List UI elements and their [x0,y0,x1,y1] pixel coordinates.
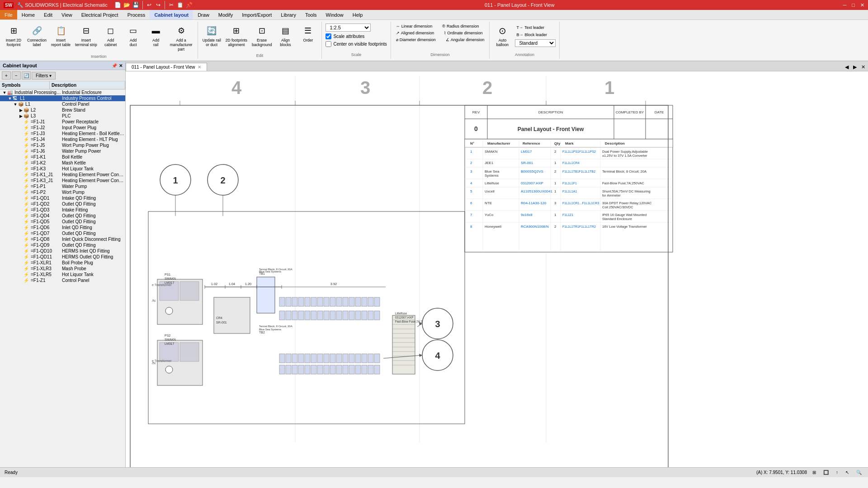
scale-select[interactable]: 1:2.5 1:1 1:2 1:5 1:10 [326,23,371,32]
tree-content[interactable]: ▼ 🏭 Industrial Processing E... Industria… [0,89,125,467]
erase-background-btn[interactable]: ⊡ Erasebackground [250,23,274,48]
filters-button[interactable]: Filters ▾ [32,72,56,80]
add-cabinet-btn[interactable]: ◻ Addcabinet [100,23,122,48]
radius-dimension-btn[interactable]: ® Radius dimension [441,23,480,29]
tree-row-f1qd3[interactable]: ⚡ =F1-QD3 Intake Fitting [0,207,125,213]
panel-expand-all-btn[interactable]: + [2,71,11,80]
order-btn[interactable]: ☰ Order [297,23,319,43]
minimize-btn[interactable]: ─ [843,2,847,8]
restore-btn[interactable]: □ [852,2,855,8]
tree-row-f1j6[interactable]: ⚡ =F1-J6 Water Pump Power [0,148,125,154]
tree-row-L1-selected[interactable]: ▼ 🏗 L1 Industry Process Control [0,95,125,101]
center-visible-footprints-checkbox[interactable]: Center on visible footprints [326,41,387,47]
open-btn[interactable]: 📂 [123,1,131,9]
linear-dimension-btn[interactable]: ↔ Linear dimension [395,23,434,29]
tree-row-f1j2[interactable]: ⚡ =F1-J2 Input Power Plug [0,125,125,131]
tree-row-f1qd11[interactable]: ⚡ =F1-QD11 HERMS Outlet QD Fitting [0,254,125,260]
annotation-style-select[interactable]: Standard [515,39,556,47]
tree-row-f1k3[interactable]: ⚡ =F1-K3 Hot Liquor Tank [0,166,125,172]
menu-view[interactable]: View [57,10,77,19]
close-btn[interactable]: ✕ [860,2,864,8]
tree-row-f1k2[interactable]: ⚡ =F1-K2 Mash Kettle [0,160,125,166]
update-rail-btn[interactable]: 🔄 Update railor duct [201,23,223,48]
expand-icon-L1[interactable]: ▼ [7,96,13,101]
menu-help[interactable]: Help [348,10,368,19]
panel-close-btn[interactable]: ✕ [119,63,123,68]
redo-btn[interactable]: ↪ [154,1,162,9]
ordinate-dimension-btn[interactable]: ⌇ Ordinate dimension [443,30,484,36]
undo-btn[interactable]: ↩ [145,1,153,9]
tree-row-f1j5[interactable]: ⚡ =F1-J5 Wort Pump Power Plug [0,142,125,148]
tree-row-f1p2[interactable]: ⚡ =F1-P2 Wort Pump [0,189,125,195]
new-btn[interactable]: 📄 [114,1,122,9]
diameter-dimension-btn[interactable]: ⌀ Diameter dimension [395,37,437,42]
tree-row-L3[interactable]: ▶ 📦 L3 PLC [0,113,125,119]
paste-btn[interactable]: 📌 [185,1,193,9]
block-leader-btn[interactable]: B→ Block leader [515,32,556,38]
tree-row-f1k3j1[interactable]: ⚡ =F1-K3_J1 Heating Element Power Conne.… [0,178,125,183]
panel-refresh-btn[interactable]: 🔄 [22,71,31,80]
add-manufacturer-btn[interactable]: ⚙ Add amanufacturer part [168,23,195,52]
tree-row-f1p1[interactable]: ⚡ =F1-P1 Water Pump [0,183,125,189]
panel-pin-btn[interactable]: 📌 [112,63,117,68]
insert-terminal-btn[interactable]: ⊟ Insertterminal strip [73,23,99,48]
insert-2d-footprint-btn[interactable]: ⊞ Insert 2Dfootprint [3,23,24,48]
add-rail-btn[interactable]: ▬ Addrail [145,23,167,48]
menu-home[interactable]: Home [17,10,39,19]
tree-row-f1k1[interactable]: ⚡ =F1-K1 Boil Kettle [0,154,125,160]
cut-btn[interactable]: ✂ [167,1,175,9]
tree-row-industrial[interactable]: ▼ 🏭 Industrial Processing E... Industria… [0,89,125,95]
tree-row-f1qd7[interactable]: ⚡ =F1-QD7 Outlet QD Fitting [0,230,125,236]
add-duct-btn[interactable]: ▭ Addduct [123,23,144,48]
menu-process[interactable]: Process [123,10,150,19]
expand-icon-L2[interactable]: ▶ [18,108,24,113]
auto-balloon-btn[interactable]: ⊙ Autoballoon [493,23,511,48]
expand-icon-L3[interactable]: ▶ [18,114,24,118]
canvas-prev-btn[interactable]: ◀ [843,64,850,70]
canvas-close-all-btn[interactable]: ✕ [859,64,867,70]
tree-row-f1qd6[interactable]: ⚡ =F1-QD6 Inlet QD Fitting [0,225,125,230]
menu-edit[interactable]: Edit [39,10,57,19]
grid-toggle-btn[interactable]: ⊞ [811,470,818,475]
tree-row-f1qd9[interactable]: ⚡ =F1-QD9 Outlet QD Fitting [0,242,125,248]
canvas-next-btn[interactable]: ▶ [851,64,859,70]
expand-icon-L1-ctrl[interactable]: ▼ [13,102,18,107]
tree-row-f1j1[interactable]: ⚡ =F1-J1 Power Receptacle [0,119,125,125]
tree-row-f1j4[interactable]: ⚡ =F1-J4 Heating Element - HLT Plug [0,136,125,142]
2d-footprints-alignment-btn[interactable]: ⊞ 2D footprintsalignment [224,23,249,48]
canvas-tab-panel-layout[interactable]: 011 - Panel Layout - Front View ✕ [126,63,207,71]
panel-collapse-all-btn[interactable]: − [12,71,21,80]
tree-row-f1qd5[interactable]: ⚡ =F1-QD5 Outlet QD Fitting [0,219,125,225]
tree-row-f1xlr5[interactable]: ⚡ =F1-XLR5 Hot Liquor Tank [0,272,125,277]
menu-modify[interactable]: Modify [214,10,237,19]
menu-window[interactable]: Window [321,10,348,19]
tree-row-f1qd8[interactable]: ⚡ =F1-QD8 Inlet Quick Disconnect Fitting [0,236,125,242]
snap-toggle-btn[interactable]: 🔲 [821,470,830,475]
tree-row-L2[interactable]: ▶ 📦 L2 Brew Stand [0,107,125,113]
align-blocks-btn[interactable]: ▤ Alignblocks [274,23,296,48]
ortho-toggle-btn[interactable]: ↑ [834,470,840,475]
text-leader-btn[interactable]: T→ Text leader [515,25,556,30]
tree-row-f1xlr3[interactable]: ⚡ =F1-XLR3 Mash Probe [0,266,125,272]
menu-draw[interactable]: Draw [193,10,214,19]
menu-library[interactable]: Library [276,10,301,19]
tree-row-f1k1j1[interactable]: ⚡ =F1-K1_J1 Heating Element Power Conne.… [0,172,125,178]
canvas-viewport[interactable]: 4 3 2 1 [126,71,868,467]
menu-import-export[interactable]: Import/Export [237,10,276,19]
tree-row-f1qd1[interactable]: ⚡ =F1-QD1 Intake QD Fitting [0,195,125,201]
copy-btn[interactable]: 📋 [176,1,184,9]
save-btn[interactable]: 💾 [132,1,140,9]
menu-file[interactable]: File [0,10,17,19]
tree-row-f1z1[interactable]: ⚡ =F1-Z1 Control Panel [0,277,125,283]
angular-dimension-btn[interactable]: ∠ Angular dimension [444,37,486,42]
expand-icon-industrial[interactable]: ▼ [2,90,7,95]
insert-report-btn[interactable]: 📋 Insertreport table [49,23,72,48]
menu-cabinet-layout[interactable]: Cabinet layout [150,10,193,19]
aligned-dimension-btn[interactable]: ↗ Aligned dimension [395,30,436,36]
tree-row-f1qd10[interactable]: ⚡ =F1-QD10 HERMS Inlet QD Fitting [0,248,125,254]
connection-label-btn[interactable]: 🔗 Connectionlabel [25,23,48,48]
pointer-btn[interactable]: ↖ [844,470,851,475]
menu-tools[interactable]: Tools [301,10,321,19]
tree-row-f1qd4[interactable]: ⚡ =F1-QD4 Outlet QD Fitting [0,213,125,219]
tree-row-f1j3[interactable]: ⚡ =F1-J3 Heating Element - Boil Kettle P… [0,131,125,136]
